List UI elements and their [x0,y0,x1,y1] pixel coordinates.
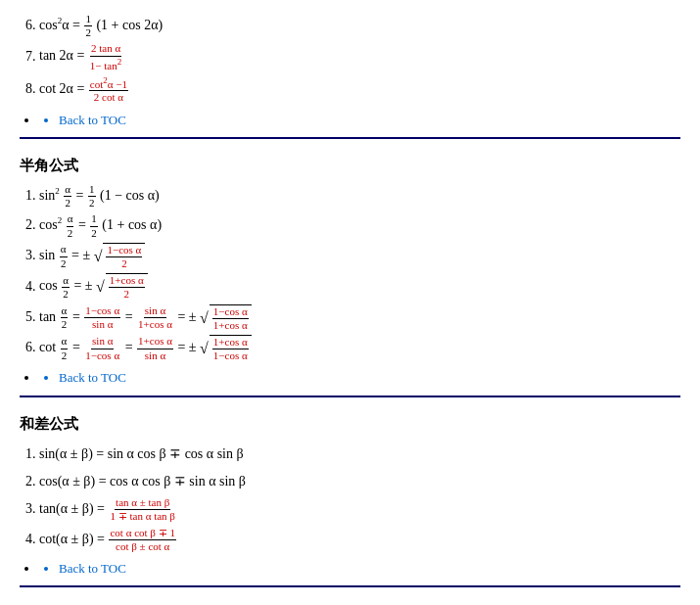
double-angle-tail-section: cos2α = 12 (1 + cos 2α) tan 2α = 2 tan α… [20,13,680,131]
half-angle-2: cos2 α2 = 12 (1 + cos α) [39,212,680,239]
half-angle-list: sin2 α2 = 12 (1 − cos α) cos2 α2 = 12 (1… [39,183,680,362]
back-toc-sum-diff: Back to TOC [39,556,680,580]
back-toc-link-3[interactable]: Back to TOC [59,557,680,580]
product-sum-title: 积化和差公式 [20,601,680,605]
formula-item-7: tan 2α = 2 tan α 1− tan2 [39,42,680,71]
sum-diff-title: 和差公式 [20,411,680,438]
sum-diff-3: tan(α ± β) = tan α ± tan β 1 ∓ tan α tan… [39,496,680,523]
back-toc-double-angle: Back to TOC [39,108,680,131]
back-toc-link-1[interactable]: Back to TOC [59,109,680,131]
formula-item-6: cos2α = 12 (1 + cos 2α) [39,13,680,39]
product-sum-section: 积化和差公式 sin α cos β = 12 [sin（α + β） + si… [20,585,680,605]
sum-diff-1: sin(α ± β) = sin α cos β ∓ cos α sin β [39,442,680,466]
back-toc-link-2[interactable]: Back to TOC [59,366,680,389]
half-angle-title: 半角公式 [20,153,680,179]
formula-item-8: cot 2α = cot2α −1 2 cot α [39,75,680,105]
sum-diff-4: cot(α ± β) = cot α cot β ∓ 1 cot β ± cot… [39,527,680,553]
half-angle-section: 半角公式 sin2 α2 = 12 (1 − cos α) cos2 α2 = … [20,137,680,390]
half-angle-6: cot α2 = sin α1−cos α = 1+cos αsin α = ±… [39,335,680,362]
half-angle-4: cos α2 = ± √ 1+cos α2 [39,273,680,301]
back-toc-half-angle: Back to TOC [39,365,680,389]
sum-diff-2: cos(α ± β) = cos α cos β ∓ sin α sin β [39,469,680,493]
half-angle-5: tan α2 = 1−cos αsin α = sin α1+cos α = ±… [39,304,680,332]
sum-diff-list: sin(α ± β) = sin α cos β ∓ cos α sin β c… [39,442,680,553]
half-angle-1: sin2 α2 = 12 (1 − cos α) [39,183,680,209]
half-angle-3: sin α2 = ± √ 1−cos α2 [39,243,680,270]
sum-diff-section: 和差公式 sin(α ± β) = sin α cos β ∓ cos α si… [20,396,680,581]
